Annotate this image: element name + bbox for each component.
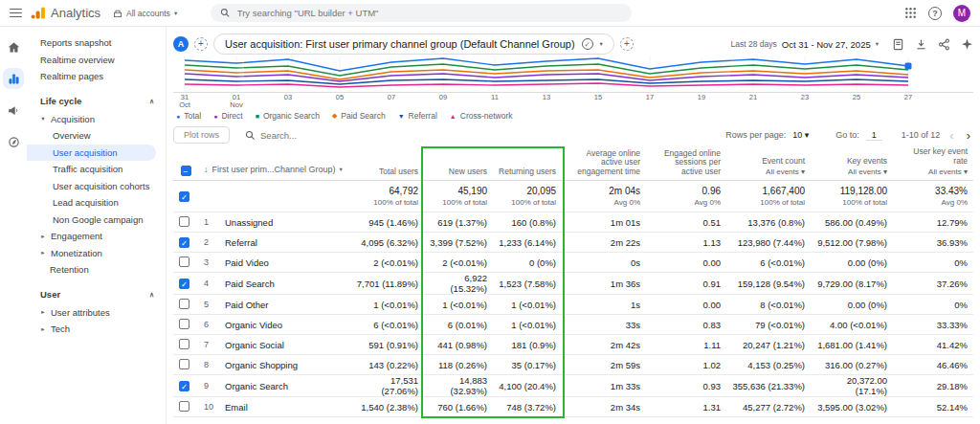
legend-direct[interactable]: ●Direct [213,111,242,121]
metric-cell: 2m 59s [562,355,646,375]
column-header-engaged-online-sessions-per-active-user[interactable]: Engaged online sessions per active user [646,147,726,181]
sidebar-item-user-acquisition[interactable]: User acquisition [27,145,156,162]
row-checkbox[interactable]: ✓ [179,381,189,391]
table-row-organic-social: 7Organic Social591 (0.91%)441 (0.98%)181… [173,335,973,355]
notes-icon[interactable] [892,38,904,51]
chevron-collapsed-icon: ▸ [39,249,47,257]
legend-referral[interactable]: ▼Referral [398,111,437,121]
totals-num-cell [198,181,219,212]
row-checkbox[interactable] [179,359,189,369]
org-icon [113,9,122,18]
column-filter[interactable]: All events ▾ [816,167,887,176]
metric-cell: 0s [562,253,646,273]
advertising-icon[interactable] [3,100,24,121]
sidebar-item-lead-acquisition[interactable]: Lead acquisition [27,194,166,212]
x-tick-month: Oct [179,101,190,109]
apps-grid-icon[interactable] [904,7,917,19]
column-header-key-events[interactable]: Key eventsAll events ▾ [811,147,893,181]
column-header-average-online-active-user-engagement-time[interactable]: Average online active user engagement ti… [562,147,646,181]
sidebar-item-realtime-overview[interactable]: Realtime overview [27,52,166,69]
sidebar-section-user[interactable]: User∧ [27,285,166,304]
export-icon[interactable] [915,38,927,51]
sidebar-item-acquisition[interactable]: ▾Acquisition [27,111,166,128]
sidebar-item-traffic-acquisition[interactable]: Traffic acquisition [27,161,166,178]
sidebar-item-tech[interactable]: ▸Tech [27,321,166,338]
share-icon[interactable] [938,38,950,51]
column-label: Average online active user engagement ti… [568,149,640,177]
metric-cell: 123,980 (7.44%) [726,233,811,253]
row-checkbox[interactable]: ✓ [179,237,189,248]
sidebar-item-overview[interactable]: Overview [27,127,166,145]
row-checkbox[interactable]: ✓ [179,191,189,202]
legend-organic-search[interactable]: ■Organic Search [256,111,320,121]
dimension-select[interactable]: First user prim...Channel Group) [212,165,336,174]
sidebar-item-non-google-campaign[interactable]: Non Google campaign [27,212,166,229]
column-header-event-count[interactable]: Event countAll events ▾ [726,147,811,181]
goto-page-input[interactable]: 1 [866,130,882,141]
column-header-total-users[interactable]: Total users [345,147,424,181]
chevron-up-icon: ∧ [149,98,154,105]
column-header-returning-users[interactable]: Returning users [493,147,562,181]
totals-value: 20,095 [499,186,556,196]
table-search[interactable] [245,130,366,141]
x-tick: 17 [646,94,654,101]
sidebar-item-retention[interactable]: Retention [27,261,166,279]
acquisition-table: −↓First user prim...Channel Group)▾+Tota… [173,147,973,417]
add-report-icon[interactable]: + [620,37,634,51]
global-search-input[interactable] [237,8,622,18]
legend-total[interactable]: ●Total [176,111,201,121]
x-tick-day: 09 [439,94,447,101]
sidebar-item-user-acquisition-cohorts[interactable]: User acquisition cohorts [27,178,166,195]
column-header-user-key-event-rate[interactable]: User key event rateAll events ▾ [893,147,973,181]
help-icon[interactable]: ? [928,7,942,20]
column-label: New users [430,167,487,177]
row-checkbox[interactable] [179,299,189,309]
metric-cell: 46.46% [893,355,973,375]
x-tick-day: 27 [904,94,912,101]
sidebar-section-life-cycle[interactable]: Life cycle∧ [27,92,166,111]
timeseries-chart[interactable] [173,56,973,93]
metric-cell: 4,100 (20.4%) [493,375,562,397]
date-range-picker[interactable]: Last 28 days Oct 31 - Nov 27, 2025 ▾ [731,39,879,50]
sidebar-item-reports-snapshot[interactable]: Reports snapshot [27,34,166,52]
row-checkbox[interactable]: − [181,166,191,176]
home-icon[interactable] [3,36,24,57]
sidebar-item-monetization[interactable]: ▸Monetization [27,245,166,262]
account-switcher[interactable]: All accounts ▾ [113,9,177,18]
column-filter[interactable]: All events ▾ [732,167,805,176]
add-comparison-icon[interactable]: + [194,37,208,51]
reports-icon[interactable] [3,68,24,89]
column-header-new-users[interactable]: New users [424,147,493,181]
avatar[interactable]: M [953,5,970,22]
chart-x-axis: 31Oct01Nov03050709111315171921232527 [173,93,973,109]
legend-cross-network[interactable]: ▲Cross-network [450,111,513,121]
row-checkbox[interactable] [179,401,189,412]
main-menu-icon[interactable] [10,9,22,18]
global-search[interactable] [211,4,632,22]
report-title-pill[interactable]: User acquisition: First user primary cha… [213,33,614,55]
row-checkbox[interactable] [179,339,189,349]
x-tick-day: 19 [698,94,705,101]
row-checkbox[interactable] [179,319,189,329]
prev-page-icon[interactable]: ‹ [947,128,956,143]
comparison-chip[interactable]: A [173,36,189,52]
sidebar-item-realtime-pages[interactable]: Realtime pages [27,68,166,85]
top-app-bar: Analytics All accounts ▾ ? M [0,0,980,27]
sidebar-item-user-attributes[interactable]: ▸User attributes [27,304,166,322]
plot-rows-button[interactable]: Plot rows [173,126,230,144]
legend-paid-search[interactable]: ◆Paid Search [332,111,386,121]
row-checkbox[interactable] [179,257,189,267]
explore-icon[interactable] [3,131,24,152]
cross-network-marker-icon: ▲ [450,113,457,120]
rows-per-page-select[interactable]: 10 ▾ [792,130,809,140]
sort-descending-icon[interactable]: ↓ [204,165,209,174]
row-checkbox[interactable] [179,216,189,227]
column-filter[interactable]: All events ▾ [899,167,968,176]
sidebar-item-engagement[interactable]: ▸Engagement [27,228,166,245]
insights-icon[interactable] [961,38,973,51]
analytics-logo[interactable]: Analytics [31,6,100,20]
next-page-icon[interactable]: › [964,128,973,143]
table-search-input[interactable] [260,130,366,141]
row-checkbox[interactable]: ✓ [179,279,189,289]
dimension-header[interactable]: ↓First user prim...Channel Group)▾+ [198,147,345,181]
